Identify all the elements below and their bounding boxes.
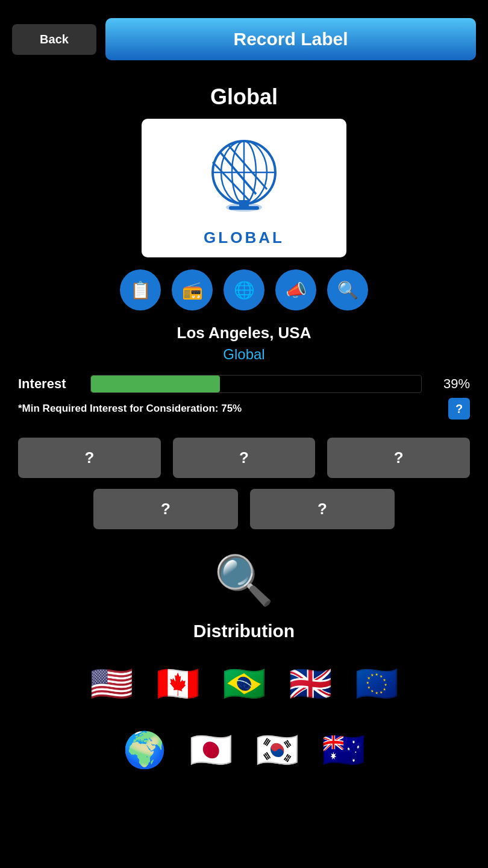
svg-rect-2 xyxy=(229,206,259,210)
logo-label: GLOBAL xyxy=(204,228,284,247)
question-btn-5[interactable]: ? xyxy=(250,489,395,529)
japan-flag: 🇯🇵 xyxy=(184,723,238,777)
flags-row-2: 🌍 🇯🇵 🇰🇷 🇦🇺 xyxy=(18,723,470,777)
interest-percentage: 39% xyxy=(434,376,470,392)
interest-progress-fill xyxy=(91,376,220,392)
usa-flag: 🇺🇸 xyxy=(84,656,139,711)
scope-text: Global xyxy=(0,346,488,363)
flags-section: 🇺🇸 🇨🇦 🇧🇷 🇬🇧 🇪🇺 🌍 🇯🇵 🇰🇷 🇦🇺 xyxy=(0,656,488,777)
africa-flag: 🌍 xyxy=(117,723,172,777)
min-required-row: *Min Required Interest for Consideration… xyxy=(18,398,470,420)
question-btn-2[interactable]: ? xyxy=(173,438,316,478)
action-icons-row: 📋 📻 🌐 📣 🔍 xyxy=(0,269,488,310)
globe-radio-icon[interactable]: 🌐 xyxy=(224,269,264,310)
distribution-title: Distribution xyxy=(0,621,488,641)
logo-container: GLOBAL xyxy=(0,119,488,257)
interest-section: Interest 39% *Min Required Interest for … xyxy=(0,375,488,420)
eu-flag: 🇪🇺 xyxy=(349,656,404,711)
interest-progress-bg xyxy=(90,375,422,393)
korea-flag: 🇰🇷 xyxy=(250,723,304,777)
global-logo-svg xyxy=(196,129,292,225)
magnify-container: 🔍 xyxy=(0,552,488,609)
radio-icon[interactable]: 📻 xyxy=(172,269,213,310)
header-section: Back Record Label xyxy=(0,0,488,72)
brazil-flag: 🇧🇷 xyxy=(217,656,271,711)
min-required-text: *Min Required Interest for Consideration… xyxy=(18,403,242,415)
question-btn-3[interactable]: ? xyxy=(327,438,470,478)
flags-row-1: 🇺🇸 🇨🇦 🇧🇷 🇬🇧 🇪🇺 xyxy=(18,656,470,711)
interest-row: Interest 39% xyxy=(18,375,470,393)
back-button[interactable]: Back xyxy=(12,24,96,55)
question-btn-4[interactable]: ? xyxy=(93,489,238,529)
megaphone-icon[interactable]: 📣 xyxy=(275,269,316,310)
logo-box: GLOBAL xyxy=(142,119,346,257)
location-text: Los Angeles, USA xyxy=(0,324,488,342)
search-icon[interactable]: 🔍 xyxy=(327,269,368,310)
label-name: Global xyxy=(0,84,488,110)
uk-flag: 🇬🇧 xyxy=(283,656,337,711)
interest-label: Interest xyxy=(18,376,78,392)
record-label-title[interactable]: Record Label xyxy=(105,18,476,60)
question-row-2: ? ? xyxy=(18,489,470,529)
question-row-1: ? ? ? xyxy=(18,438,470,478)
question-section: ? ? ? ? ? xyxy=(0,426,488,552)
question-btn-1[interactable]: ? xyxy=(18,438,161,478)
magnify-icon: 🔍 xyxy=(214,552,274,609)
help-button[interactable]: ? xyxy=(448,398,470,420)
australia-flag: 🇦🇺 xyxy=(316,723,371,777)
canada-flag: 🇨🇦 xyxy=(151,656,205,711)
clipboard-icon[interactable]: 📋 xyxy=(120,269,161,310)
